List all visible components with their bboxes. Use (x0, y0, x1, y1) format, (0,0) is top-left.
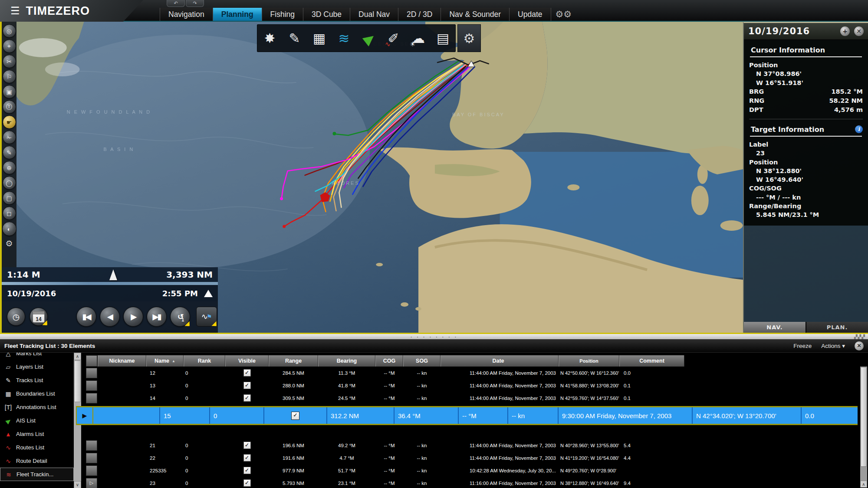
close-panel-button[interactable]: ✕ (854, 26, 864, 36)
undo-button[interactable]: ↶ (167, 0, 185, 7)
tab-navigation[interactable]: Navigation (160, 8, 213, 21)
close-fleet-panel-button[interactable]: ✕ (855, 341, 864, 350)
compass-rose-button[interactable]: ✸ (257, 25, 282, 52)
replay-button[interactable]: ↺1 (170, 307, 190, 327)
left-toolbar-gears-icon[interactable]: ⚙ (5, 239, 13, 249)
column-header-range[interactable]: Range (269, 355, 318, 367)
visible-checkbox[interactable]: ✓ (243, 454, 251, 462)
cell-visible[interactable]: ✓ (264, 407, 327, 424)
cell-sog[interactable]: -- kn (508, 407, 559, 424)
plan-panel-button[interactable]: PLAN. (806, 322, 868, 333)
column-header-rank[interactable]: Rank (184, 355, 225, 367)
column-header-bearing[interactable]: Bearing (318, 355, 375, 367)
targets-button[interactable]: ▶ (356, 25, 381, 52)
sidebar-item-ais-list[interactable]: ▶AIS List (0, 414, 74, 427)
zoom-tool[interactable]: ◎ (3, 24, 16, 38)
time-up-icon[interactable] (204, 290, 213, 297)
cell-range[interactable]: 312.2 NM (327, 407, 395, 424)
table-row[interactable]: 210✓196.6 NM49.2 °M-- °M-- kn11:44:00 AM… (85, 439, 868, 452)
cell-position[interactable]: N 42°34.020'; W 13°20.700' (693, 407, 802, 424)
actions-menu-button[interactable]: Actions ▾ (821, 342, 845, 349)
mark-tool[interactable]: ⚐ (3, 70, 16, 83)
sidebar-item-annotations-list[interactable]: [T]Annotations List (0, 400, 74, 414)
pencil-tool[interactable]: ✎ (3, 146, 16, 159)
calendar-button[interactable]: 14 (30, 308, 48, 326)
table-row[interactable]: 120✓284.5 NM11.3 °M-- °M-- kn11:44:00 AM… (85, 367, 868, 379)
globe-button[interactable]: ◐ (2, 222, 16, 236)
sidebar-item-fleet-trackin-[interactable]: ≋Fleet Trackin... (0, 468, 74, 481)
chart-area[interactable]: N E W F O U N D L A N DB A S I NCELTIC S… (0, 22, 868, 334)
visible-checkbox[interactable]: ✓ (243, 394, 251, 402)
tab-fishing[interactable]: Fishing (262, 8, 303, 21)
scrollbar-thumb[interactable] (74, 360, 81, 402)
sidebar-item-routes-list[interactable]: ∿Routes List (0, 441, 74, 454)
area-tool[interactable]: ▢ (3, 191, 16, 205)
row-handle[interactable]: ▷ (86, 478, 97, 488)
tab-2d-3d[interactable]: 2D / 3D (398, 8, 441, 21)
visible-checkbox[interactable]: ✓ (243, 369, 251, 377)
freeze-button[interactable]: Freeze (793, 343, 812, 349)
sidebar-item-boundaries-list[interactable]: ▦Boundaries List (0, 387, 74, 400)
row-handle[interactable] (86, 440, 97, 451)
row-handle[interactable] (86, 368, 97, 378)
row-handle[interactable] (86, 465, 97, 476)
cell-date[interactable]: 9:30:00 AM Friday, November 7, 2003 (559, 407, 693, 424)
boundary-tool[interactable]: ▣ (3, 85, 16, 98)
column-header-date[interactable]: Date (441, 355, 559, 367)
previous-button[interactable]: ◀ (100, 307, 120, 327)
cell-rank[interactable]: 0 (210, 407, 264, 424)
splitter-handle-icon[interactable]: · · · · · · · · (410, 335, 458, 338)
info-icon[interactable]: i (855, 125, 863, 133)
selected-row-marker[interactable]: ▶ (76, 407, 93, 424)
chart-display-button[interactable]: ▦ (307, 25, 332, 52)
sidebar-item-alarms-list[interactable]: ▲Alarms List (0, 427, 74, 441)
lists-button[interactable]: ▤ (431, 25, 455, 52)
next-button[interactable]: ▶▮ (147, 307, 167, 327)
cell-bearing[interactable]: 36.4 °M (395, 407, 459, 424)
table-scrollbar-thumb[interactable] (861, 367, 867, 467)
sidebar-item-marks-list[interactable]: △Marks List (0, 353, 74, 360)
tab-3d-cube[interactable]: 3D Cube (303, 8, 350, 21)
column-header-comment[interactable]: Comment (619, 355, 684, 367)
sidebar-item-layers-list[interactable]: ▱Layers List (0, 360, 74, 373)
column-header-sog[interactable]: SOG (403, 355, 441, 367)
splitter-grip-icon[interactable]: ▞▞▞ (854, 334, 865, 339)
tab-settings-button[interactable]: ⚙⚙ (551, 8, 576, 21)
table-row[interactable]: 2253350✓977.9 NM51.7 °M-- °M-- kn10:42:2… (85, 464, 868, 477)
table-scroll-up-icon[interactable]: ∧ (860, 481, 867, 488)
app-logo[interactable]: ☰ TIMEZERO (0, 0, 143, 22)
divider-tool[interactable]: ✁ (3, 131, 16, 144)
column-header-visible[interactable]: Visible (225, 355, 269, 367)
scroll-down-icon[interactable]: ∨ (74, 481, 81, 488)
datetime-bar[interactable]: 10/19/2016 2:55 PM (2, 285, 218, 301)
visible-checkbox[interactable]: ✓ (243, 467, 251, 474)
cell-nickname[interactable] (93, 407, 160, 424)
row-handle[interactable] (86, 453, 97, 463)
time-button[interactable]: ◷ (7, 308, 25, 326)
timeline-button[interactable]: ∿⚑ (196, 307, 217, 327)
table-row[interactable]: 130✓288.0 NM41.8 °M-- °M-- kn11:44:00 AM… (85, 379, 868, 392)
table-row[interactable]: ▷230✓5.793 NM23.1 °M-- °M-- kn11:16:00 A… (85, 477, 868, 488)
hand-tool[interactable]: ☛ (3, 115, 16, 129)
column-header-position[interactable]: Position (559, 355, 619, 367)
sidebar-item-route-detail[interactable]: ∿Route Detail (0, 454, 74, 468)
tab-dual-nav[interactable]: Dual Nav (350, 8, 398, 21)
add-nunito-button[interactable]: + (840, 26, 850, 36)
selection-tool[interactable]: ◻ (3, 206, 16, 220)
column-header-name[interactable]: Name▲ (146, 355, 184, 367)
tab-planning[interactable]: Planning (213, 8, 262, 21)
play-button[interactable]: ▶ (123, 307, 143, 327)
mob-tool[interactable]: ⊕ (3, 161, 16, 174)
tab-update[interactable]: Update (509, 8, 550, 21)
table-row[interactable]: 140✓309.5 NM24.5 °M-- °M-- kn11:44:00 AM… (85, 392, 868, 404)
menu-icon[interactable]: ☰ (10, 6, 20, 16)
column-header-cog[interactable]: COG (375, 355, 403, 367)
eraser-tool[interactable]: ✂ (3, 55, 16, 68)
circle-tool[interactable]: ◯ (3, 176, 16, 190)
annotation-tool[interactable]: Ⓣ (3, 100, 16, 114)
table-scrollbar[interactable]: ∧ (860, 367, 867, 488)
redo-button[interactable]: ↷ (186, 0, 204, 7)
cell-comment[interactable]: 0.0 (802, 407, 858, 424)
skip-start-button[interactable]: ▮◀ (76, 307, 96, 327)
sounder-button[interactable]: ≋ (332, 25, 356, 52)
